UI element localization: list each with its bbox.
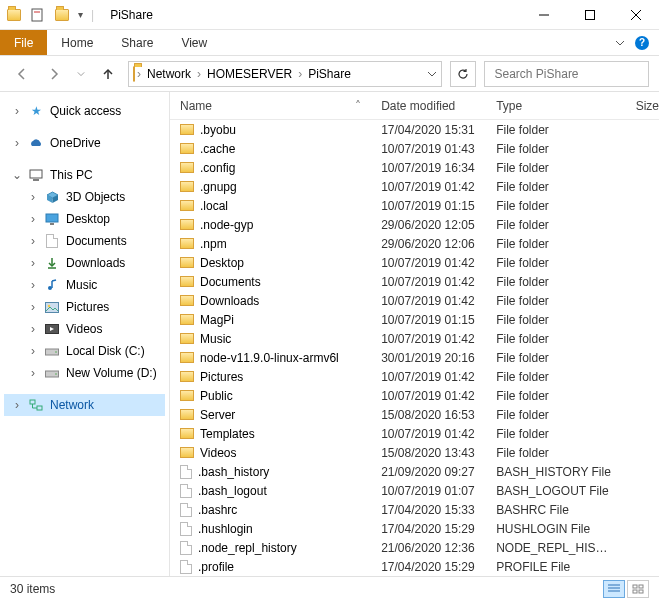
file-icon: [180, 522, 192, 536]
drive-icon: [44, 365, 60, 381]
forward-button[interactable]: [42, 62, 66, 86]
tree-network[interactable]: › Network: [4, 394, 165, 416]
svg-rect-20: [46, 302, 59, 312]
chevron-right-icon[interactable]: ›: [12, 136, 22, 150]
list-item[interactable]: node-v11.9.0-linux-armv6l30/01/2019 20:1…: [170, 348, 659, 367]
maximize-button[interactable]: [567, 0, 613, 30]
file-rows[interactable]: .byobu17/04/2020 15:31File folder.cache1…: [170, 120, 659, 576]
list-item[interactable]: .node-gyp29/06/2020 12:05File folder: [170, 215, 659, 234]
file-icon: [180, 465, 192, 479]
list-item[interactable]: Templates10/07/2019 01:42File folder: [170, 424, 659, 443]
tree-videos[interactable]: ›Videos: [4, 318, 165, 340]
column-type[interactable]: Type: [496, 99, 611, 113]
ribbon-expand-icon[interactable]: [615, 38, 625, 48]
folder-icon: [180, 238, 194, 249]
column-size[interactable]: Size: [611, 99, 659, 113]
folder-icon: [133, 67, 135, 81]
tab-view[interactable]: View: [167, 30, 221, 55]
refresh-button[interactable]: [450, 61, 476, 87]
breadcrumb-seg-0[interactable]: Network: [143, 67, 195, 81]
qat-overflow-icon[interactable]: ▾: [78, 9, 83, 20]
help-icon[interactable]: ?: [635, 36, 649, 50]
file-type: BASH_LOGOUT File: [496, 484, 611, 498]
folder-icon: [180, 257, 194, 268]
list-item[interactable]: Desktop10/07/2019 01:42File folder: [170, 253, 659, 272]
breadcrumb-dropdown[interactable]: [427, 69, 437, 79]
svg-rect-28: [30, 400, 35, 404]
qat-properties-icon[interactable]: [30, 7, 46, 23]
tree-3d-objects[interactable]: ›3D Objects: [4, 186, 165, 208]
up-button[interactable]: [96, 62, 120, 86]
search-input[interactable]: [484, 61, 649, 87]
chevron-right-icon[interactable]: ›: [12, 398, 22, 412]
list-item[interactable]: .cache10/07/2019 01:43File folder: [170, 139, 659, 158]
search-field[interactable]: [495, 67, 645, 81]
tree-local-disk[interactable]: ›Local Disk (C:): [4, 340, 165, 362]
chevron-right-icon[interactable]: ›: [197, 67, 201, 81]
tree-this-pc[interactable]: ⌄ This PC: [4, 164, 165, 186]
list-item[interactable]: Documents10/07/2019 01:42File folder: [170, 272, 659, 291]
list-item[interactable]: MagPi10/07/2019 01:15File folder: [170, 310, 659, 329]
file-date: 29/06/2020 12:06: [381, 237, 496, 251]
recent-locations-button[interactable]: [74, 62, 88, 86]
tab-share[interactable]: Share: [107, 30, 167, 55]
file-list: Name˄ Date modified Type Size .byobu17/0…: [170, 92, 659, 576]
tab-home[interactable]: Home: [47, 30, 107, 55]
file-date: 21/06/2020 12:36: [381, 541, 496, 555]
chevron-down-icon[interactable]: ⌄: [12, 168, 22, 182]
tab-file[interactable]: File: [0, 30, 47, 55]
chevron-right-icon[interactable]: ›: [137, 67, 141, 81]
view-details-button[interactable]: [603, 580, 625, 598]
list-item[interactable]: .npm29/06/2020 12:06File folder: [170, 234, 659, 253]
file-type: File folder: [496, 256, 611, 270]
list-item[interactable]: Server15/08/2020 16:53File folder: [170, 405, 659, 424]
file-type: File folder: [496, 427, 611, 441]
column-date[interactable]: Date modified: [381, 99, 496, 113]
view-large-icons-button[interactable]: [627, 580, 649, 598]
column-name[interactable]: Name˄: [180, 99, 381, 113]
list-item[interactable]: .bash_logout10/07/2019 01:07BASH_LOGOUT …: [170, 481, 659, 500]
tree-quick-access[interactable]: › ★ Quick access: [4, 100, 165, 122]
chevron-right-icon[interactable]: ›: [12, 104, 22, 118]
list-item[interactable]: .byobu17/04/2020 15:31File folder: [170, 120, 659, 139]
chevron-right-icon[interactable]: ›: [298, 67, 302, 81]
close-button[interactable]: [613, 0, 659, 30]
list-item[interactable]: .hushlogin17/04/2020 15:29HUSHLOGIN File: [170, 519, 659, 538]
list-item[interactable]: .node_repl_history21/06/2020 12:36NODE_R…: [170, 538, 659, 557]
tree-new-volume[interactable]: ›New Volume (D:): [4, 362, 165, 384]
list-item[interactable]: Pictures10/07/2019 01:42File folder: [170, 367, 659, 386]
tree-desktop[interactable]: ›Desktop: [4, 208, 165, 230]
list-item[interactable]: .config10/07/2019 16:34File folder: [170, 158, 659, 177]
list-item[interactable]: Videos15/08/2020 13:43File folder: [170, 443, 659, 462]
tree-pictures[interactable]: ›Pictures: [4, 296, 165, 318]
breadcrumb-seg-1[interactable]: HOMESERVER: [203, 67, 296, 81]
file-type: PROFILE File: [496, 560, 611, 574]
file-type: File folder: [496, 389, 611, 403]
back-button[interactable]: [10, 62, 34, 86]
svg-rect-0: [32, 9, 42, 21]
list-item[interactable]: Public10/07/2019 01:42File folder: [170, 386, 659, 405]
pc-icon: [28, 167, 44, 183]
list-item[interactable]: .profile17/04/2020 15:29PROFILE File: [170, 557, 659, 576]
tree-downloads[interactable]: ›Downloads: [4, 252, 165, 274]
tree-music[interactable]: ›Music: [4, 274, 165, 296]
minimize-button[interactable]: [521, 0, 567, 30]
list-item[interactable]: .bash_history21/09/2020 09:27BASH_HISTOR…: [170, 462, 659, 481]
list-item[interactable]: .local10/07/2019 01:15File folder: [170, 196, 659, 215]
breadcrumb-seg-2[interactable]: PiShare: [304, 67, 355, 81]
folder-icon: [180, 162, 194, 173]
breadcrumb[interactable]: › Network › HOMESERVER › PiShare: [128, 61, 442, 87]
list-item[interactable]: .gnupg10/07/2019 01:42File folder: [170, 177, 659, 196]
list-item[interactable]: .bashrc17/04/2020 15:33BASHRC File: [170, 500, 659, 519]
list-item[interactable]: Music10/07/2019 01:42File folder: [170, 329, 659, 348]
sort-indicator-icon: ˄: [355, 99, 361, 113]
tree-label: New Volume (D:): [66, 366, 157, 380]
file-name: .config: [200, 161, 235, 175]
tree-documents[interactable]: ›Documents: [4, 230, 165, 252]
list-item[interactable]: Downloads10/07/2019 01:42File folder: [170, 291, 659, 310]
file-name: .bashrc: [198, 503, 237, 517]
tree-onedrive[interactable]: › OneDrive: [4, 132, 165, 154]
window-title: PiShare: [110, 8, 153, 22]
folder-icon: [180, 200, 194, 211]
file-icon: [180, 541, 192, 555]
